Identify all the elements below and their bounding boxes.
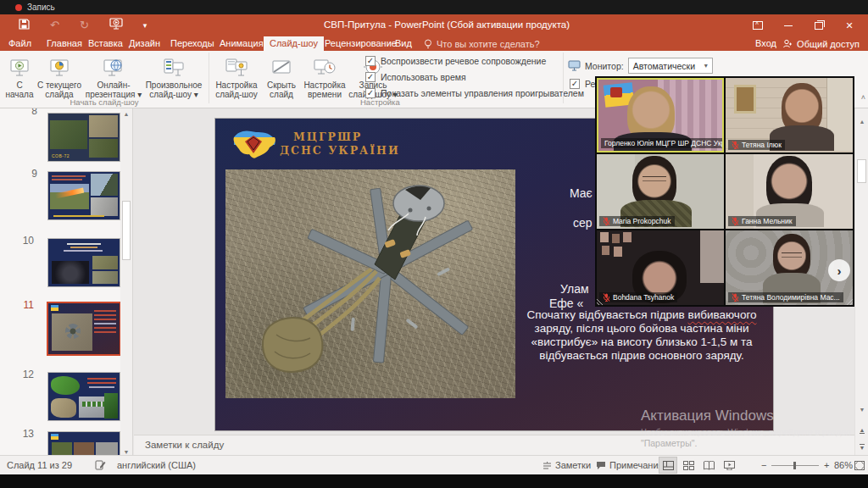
minimize-icon[interactable] xyxy=(773,14,804,36)
start-slideshow-icon[interactable] xyxy=(109,18,123,33)
windows-activation-watermark: Активация Windows xyxy=(641,408,774,424)
next-participants-page-button[interactable]: › xyxy=(828,259,850,281)
slide-thumbnail-11[interactable] xyxy=(48,303,120,354)
resize-grip-right-icon[interactable] xyxy=(843,296,853,305)
slideshow-view-button[interactable] xyxy=(721,458,737,473)
scroll-down-icon[interactable]: ▼ xyxy=(120,449,132,455)
notes-bar[interactable]: Заметки к слайду xyxy=(134,435,854,455)
participant-name: Bohdana Tsyhanok xyxy=(599,292,677,302)
person-plus-icon xyxy=(782,39,793,49)
save-icon[interactable] xyxy=(19,18,30,33)
participant-tile-3[interactable]: Maria Prokopchuk xyxy=(597,154,724,229)
setup-screen-icon xyxy=(225,53,248,79)
participant-name: Тетяна Ілюк xyxy=(728,140,785,150)
tab-slideshow[interactable]: Слайд-шоу xyxy=(264,36,324,51)
collapse-chevron-icon[interactable]: ˄ xyxy=(861,93,865,102)
window-title: СВП-Притула - PowerPoint (Сбой активации… xyxy=(127,19,766,30)
custom-show-icon xyxy=(163,53,185,79)
text-fragment-2: сер xyxy=(573,216,593,230)
notes-pen-icon[interactable] xyxy=(95,456,106,474)
fit-to-window-button[interactable] xyxy=(854,456,865,474)
slide-counter: Слайд 11 из 29 xyxy=(7,456,72,474)
logo-text-line1: МЦГРШР xyxy=(293,130,362,143)
lightbulb-icon xyxy=(424,39,432,49)
thumbnail-caption: СОВ-72 xyxy=(52,153,70,158)
previous-slide-button[interactable]: ▲ xyxy=(855,427,868,434)
zoom-out-button[interactable]: − xyxy=(761,456,766,474)
tab-animations[interactable]: Анимация xyxy=(220,36,264,51)
tab-file[interactable]: Файл xyxy=(8,36,31,51)
record-icon xyxy=(15,4,22,11)
video-call-overlay[interactable]: Горленко Юлія МЦГР ШР ДСНС Укр... Тетяна… xyxy=(595,76,854,307)
group-label-setup: Настройка xyxy=(360,97,400,107)
group-label-start: Начать слайд-шоу xyxy=(0,97,209,107)
slide-thumbnail-8[interactable]: СОВ-72 xyxy=(48,114,120,161)
glasses xyxy=(643,176,666,181)
thumbnail-scrollbar-thumb[interactable] xyxy=(122,201,131,260)
pie-screen-icon xyxy=(48,53,70,79)
participant-tile-4[interactable]: Ганна Мельник xyxy=(726,154,853,229)
glasses xyxy=(782,252,802,258)
tell-me-box[interactable]: Что вы хотите сделать? xyxy=(424,36,540,51)
checkbox-play-narrations[interactable]: ✓ Воспроизвести речевое сопровождение xyxy=(365,56,546,66)
rehearse-timings-button[interactable]: Настройка времени xyxy=(302,53,348,106)
normal-view-button[interactable] xyxy=(659,458,676,473)
scroll-up-icon[interactable]: ▲ xyxy=(120,111,132,117)
slide-thumbnail-10[interactable] xyxy=(48,239,120,286)
tab-insert[interactable]: Вставка xyxy=(88,36,123,51)
comments-toggle[interactable]: Примечания xyxy=(596,456,664,474)
tab-home[interactable]: Главная xyxy=(47,36,82,51)
resize-grip-left-icon[interactable] xyxy=(597,296,606,305)
slide-thumbnail-12[interactable] xyxy=(48,373,120,420)
mine-photo xyxy=(225,169,515,398)
system-recording-bar: Запись xyxy=(0,0,868,14)
set-up-slideshow-button[interactable]: Настройка слайд-шоу xyxy=(212,53,261,106)
tab-design[interactable]: Дизайн xyxy=(129,36,160,51)
undo-icon[interactable]: ↶ xyxy=(50,19,59,32)
titlebar: ↶ ↻ ▾ СВП-Притула - PowerPoint (Сбой акт… xyxy=(0,14,868,36)
comment-icon xyxy=(596,461,606,470)
window-controls: ✕ xyxy=(743,14,865,36)
restore-icon[interactable] xyxy=(804,14,834,36)
reading-view-button[interactable] xyxy=(700,458,717,473)
main-scrollbar[interactable]: ▲ ▼ ▲ ▼ xyxy=(854,108,868,458)
participant-name: Ганна Мельник xyxy=(728,216,796,226)
muted-mic-icon xyxy=(732,293,739,302)
ribbon-display-options-icon[interactable] xyxy=(743,14,773,36)
redo-icon[interactable]: ↻ xyxy=(80,19,89,32)
sign-in-button[interactable]: Вход xyxy=(755,36,776,51)
participant-tile-5[interactable]: Bohdana Tsyhanok xyxy=(597,230,724,305)
group-separator xyxy=(563,53,564,103)
text-fragment-3: Улам xyxy=(560,282,589,296)
share-button[interactable]: Общий доступ xyxy=(782,36,860,51)
slide-thumbnail-9[interactable] xyxy=(48,172,120,219)
participant-tile-2[interactable]: Тетяна Ілюк xyxy=(726,78,853,152)
scroll-down-icon[interactable]: ▼ xyxy=(855,407,868,413)
close-icon[interactable]: ✕ xyxy=(834,14,865,36)
zoom-level[interactable]: 86% xyxy=(834,456,853,474)
zoom-in-button[interactable]: + xyxy=(824,456,829,474)
scroll-up-icon[interactable]: ▲ xyxy=(855,119,868,125)
main-scrollbar-thumb[interactable] xyxy=(857,159,866,183)
slide-number: 8 xyxy=(5,108,37,117)
tab-review[interactable]: Рецензирование xyxy=(325,36,397,51)
participant-tile-1[interactable]: Горленко Юлія МЦГР ШР ДСНС Укр... xyxy=(597,78,724,152)
slide-sorter-view-button[interactable] xyxy=(680,458,697,473)
monitor-select[interactable]: Автоматически ▾ xyxy=(628,58,713,74)
checkbox-use-timings[interactable]: ✓ Использовать время xyxy=(365,72,466,82)
thumbnail-scrollbar[interactable]: ▲ ▼ xyxy=(120,108,132,458)
monitor-row: Монитор: Автоматически ▾ xyxy=(568,58,713,74)
tab-transitions[interactable]: Переходы xyxy=(170,36,214,51)
tab-view[interactable]: Вид xyxy=(395,36,412,51)
zoom-slider-thumb[interactable] xyxy=(793,462,796,469)
picture-frame xyxy=(734,85,756,114)
slide-thumbnail-13[interactable] xyxy=(48,432,120,458)
globe-screen-icon xyxy=(102,53,125,79)
language-indicator[interactable]: английский (США) xyxy=(117,456,196,474)
notes-toggle[interactable]: Заметки xyxy=(542,456,591,474)
tell-me-label: Что вы хотите сделать? xyxy=(437,39,540,49)
group-separator xyxy=(209,53,209,103)
hide-slide-button[interactable]: Скрыть слайд xyxy=(263,53,300,106)
zoom-slider[interactable] xyxy=(771,456,819,474)
next-slide-button[interactable]: ▼ xyxy=(855,444,868,451)
